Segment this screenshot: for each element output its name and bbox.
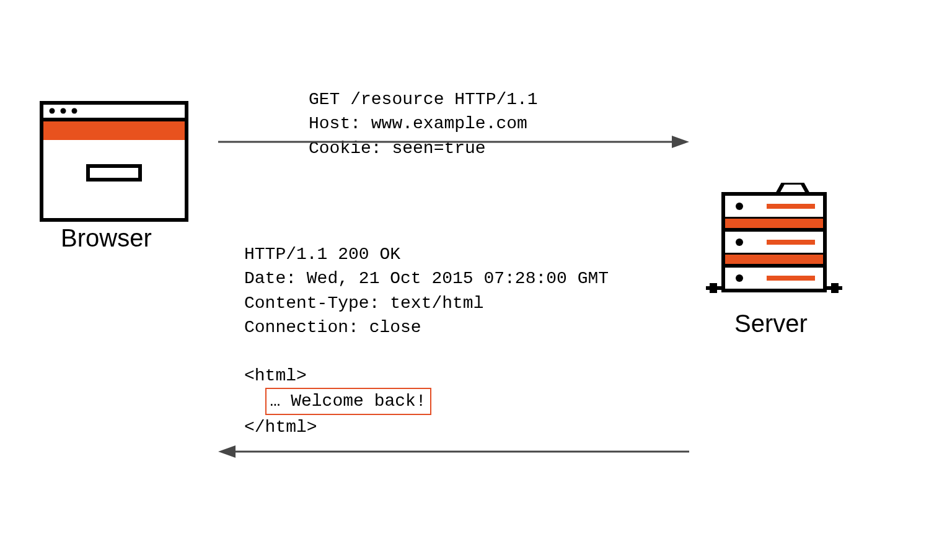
response-content-type-header: Content-Type: text/html [244,294,483,313]
response-body-open-tag: <html> [244,366,307,385]
svg-point-2 [50,108,55,114]
svg-point-12 [736,203,743,210]
svg-marker-29 [218,445,236,458]
server-label: Server [734,310,808,338]
svg-rect-5 [43,121,185,140]
svg-rect-25 [767,276,815,281]
svg-rect-8 [710,283,717,293]
svg-rect-9 [831,283,839,293]
http-request-block: GET /resource HTTP/1.1 Host: www.example… [309,63,538,185]
arrow-left-icon [218,442,689,461]
browser-label: Browser [61,224,152,252]
response-connection-header: Connection: close [244,318,421,337]
browser-icon [40,101,188,222]
svg-point-18 [736,238,743,246]
request-line: GET /resource HTTP/1.1 [309,90,538,109]
response-status-line: HTTP/1.1 200 OK [244,245,400,264]
response-body-highlight: … Welcome back! [265,388,431,414]
svg-point-24 [736,274,743,282]
svg-point-3 [61,108,66,114]
svg-rect-13 [767,204,815,209]
http-response-block: HTTP/1.1 200 OK Date: Wed, 21 Oct 2015 0… [244,218,609,463]
svg-rect-6 [88,166,140,180]
response-body-close-tag: </html> [244,418,317,437]
svg-rect-19 [767,240,815,245]
server-icon [706,183,842,313]
request-host-header: Host: www.example.com [309,114,527,133]
svg-marker-27 [672,136,689,148]
diagram-canvas: Browser Server GET /resource HTTP/1.1 Ho… [0,0,947,560]
svg-point-4 [72,108,77,114]
response-date-header: Date: Wed, 21 Oct 2015 07:28:00 GMT [244,269,609,288]
arrow-right-icon [218,133,689,151]
